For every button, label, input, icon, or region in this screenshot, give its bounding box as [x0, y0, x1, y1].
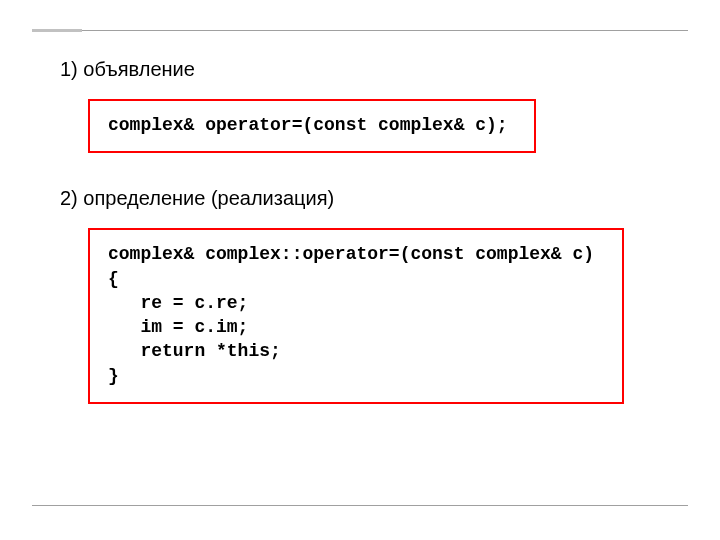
declaration-label: 1) объявление	[60, 58, 660, 81]
slide-content: 1) объявление complex& operator=(const c…	[60, 58, 660, 438]
top-rule	[32, 30, 688, 31]
definition-code: complex& complex::operator=(const comple…	[88, 228, 624, 404]
top-rule-accent	[32, 29, 82, 32]
bottom-rule	[32, 505, 688, 506]
definition-label: 2) определение (реализация)	[60, 187, 660, 210]
declaration-code: complex& operator=(const complex& c);	[88, 99, 536, 153]
